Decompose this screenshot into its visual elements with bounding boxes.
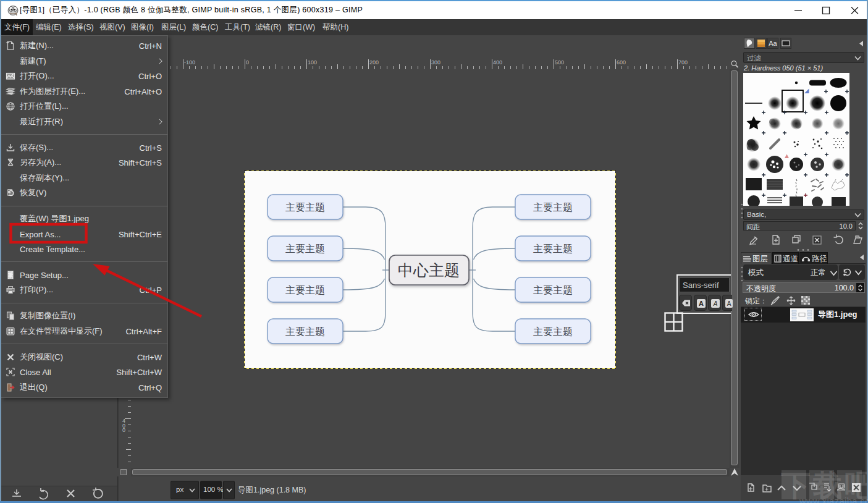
- svg-text:主要主题: 主要主题: [533, 202, 573, 213]
- svg-text:主要主题: 主要主题: [533, 326, 573, 337]
- svg-text:主要主题: 主要主题: [533, 243, 573, 254]
- svg-text:主要主题: 主要主题: [285, 326, 325, 337]
- svg-text:主要主题: 主要主题: [533, 285, 573, 295]
- svg-text:主要主题: 主要主题: [285, 243, 325, 254]
- svg-text:A: A: [699, 300, 704, 307]
- svg-text:主要主题: 主要主题: [285, 202, 325, 213]
- svg-text:主要主题: 主要主题: [285, 285, 325, 295]
- svg-text:A: A: [712, 300, 717, 307]
- svg-text:A: A: [727, 300, 731, 307]
- svg-text:中心主题: 中心主题: [398, 261, 460, 279]
